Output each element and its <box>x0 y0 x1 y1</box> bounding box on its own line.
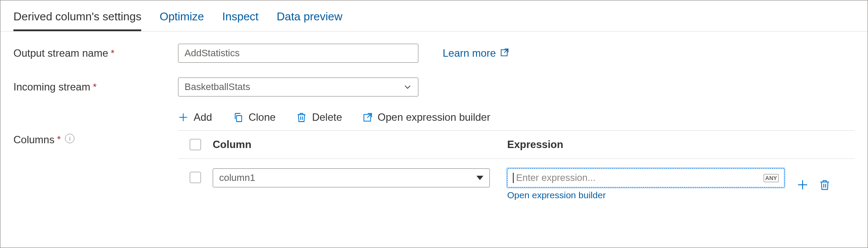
chevron-down-icon <box>403 83 412 91</box>
header-column: Column <box>213 138 507 151</box>
tab-bar: Derived column's settings Optimize Inspe… <box>0 0 868 32</box>
incoming-stream-label: Incoming stream * <box>13 81 178 93</box>
columns-table-header: Column Expression <box>178 131 855 159</box>
text-cursor-icon <box>513 173 514 183</box>
settings-form: Output stream name * Learn more Incoming… <box>0 32 868 200</box>
columns-table: Column Expression column1 En <box>178 130 855 200</box>
column-name-select[interactable]: column1 <box>213 168 490 187</box>
required-mark-icon: * <box>93 81 97 93</box>
caret-down-icon <box>476 176 483 180</box>
plus-icon <box>178 112 188 122</box>
columns-label: Columns * i <box>13 131 178 146</box>
tab-inspect[interactable]: Inspect <box>222 10 259 31</box>
delete-row-button[interactable] <box>819 179 830 193</box>
tab-derived-column-settings[interactable]: Derived column's settings <box>13 10 141 31</box>
clone-button[interactable]: Clone <box>233 111 276 123</box>
select-all-checkbox[interactable] <box>190 139 201 150</box>
row-checkbox[interactable] <box>190 172 201 183</box>
required-mark-icon: * <box>111 48 115 59</box>
row-actions <box>797 176 830 193</box>
header-expression: Expression <box>507 138 855 151</box>
table-row: column1 Enter expression... ANY Open exp… <box>178 159 855 200</box>
any-type-badge: ANY <box>764 174 779 182</box>
open-expression-builder-button[interactable]: Open expression builder <box>363 111 490 123</box>
columns-toolbar: Add Clone D <box>178 111 855 123</box>
learn-more-link[interactable]: Learn more <box>443 47 509 59</box>
external-link-icon <box>500 47 509 59</box>
info-icon[interactable]: i <box>65 134 74 143</box>
required-mark-icon: * <box>57 134 61 145</box>
incoming-stream-row: Incoming stream * BasketballStats <box>13 77 855 97</box>
incoming-stream-select[interactable]: BasketballStats <box>178 77 418 97</box>
trash-icon <box>296 112 307 122</box>
expression-input[interactable]: Enter expression... ANY <box>507 168 784 187</box>
output-stream-input[interactable] <box>178 44 418 63</box>
add-button[interactable]: Add <box>178 111 212 123</box>
copy-icon <box>233 112 243 122</box>
open-expression-builder-link[interactable]: Open expression builder <box>507 190 784 200</box>
delete-button[interactable]: Delete <box>296 111 342 123</box>
output-stream-row: Output stream name * Learn more <box>13 44 855 63</box>
tab-data-preview[interactable]: Data preview <box>277 10 343 31</box>
tab-optimize[interactable]: Optimize <box>159 10 204 31</box>
add-row-button[interactable] <box>797 179 809 193</box>
external-link-icon <box>363 113 372 122</box>
output-stream-label: Output stream name * <box>13 47 178 59</box>
derived-column-settings-panel: Derived column's settings Optimize Inspe… <box>0 0 868 248</box>
svg-rect-4 <box>236 116 242 122</box>
